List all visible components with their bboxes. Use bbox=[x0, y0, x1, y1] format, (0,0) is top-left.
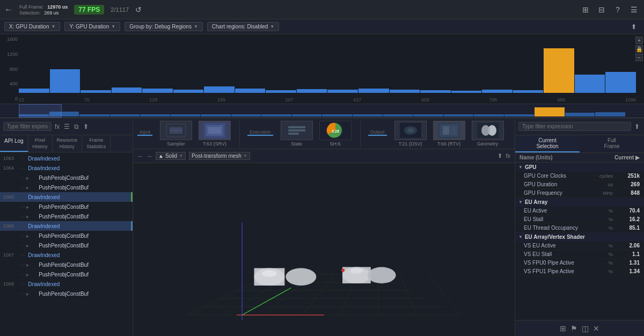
api-list-item[interactable]: 1063· ·DrawIndexed bbox=[0, 154, 133, 163]
chart-bar bbox=[235, 89, 266, 93]
svg-rect-9 bbox=[288, 133, 299, 135]
tab-api-log[interactable]: API Log bbox=[0, 135, 28, 152]
api-list-item[interactable]: · · ▸PushPerobjConstBuf bbox=[0, 269, 133, 279]
x-axis-dropdown[interactable]: X: GPU Duration ▼ bbox=[4, 22, 60, 31]
api-list-item[interactable]: 1068· ·DrawIndexed bbox=[0, 279, 133, 289]
table-icon[interactable]: ⊞ bbox=[560, 324, 566, 333]
mini-chart-bar bbox=[565, 113, 595, 116]
chart-bar bbox=[297, 89, 327, 93]
export-button[interactable]: ⬆ bbox=[82, 122, 90, 132]
stats-table: ▼ GPU GPU Core Clocks cycles 251k GPU Du… bbox=[515, 163, 644, 320]
highlight-icon[interactable]: ◫ bbox=[582, 324, 589, 333]
export-icon[interactable]: ⬆ bbox=[628, 21, 640, 33]
right-panel-footer: ⊞ ⚑ ◫ ✕ bbox=[515, 320, 644, 336]
mesh-back-button[interactable]: ← bbox=[137, 153, 143, 159]
api-list-item[interactable]: 1065· ·DrawIndexed bbox=[0, 192, 133, 202]
flag-icon[interactable]: ⚑ bbox=[570, 324, 577, 333]
layout-icon[interactable]: ⊞ bbox=[580, 4, 591, 16]
tab-resource-history[interactable]: ResourceHistory bbox=[53, 135, 83, 152]
fx-mesh-icon[interactable]: fx bbox=[506, 152, 510, 159]
api-list-item[interactable]: · · ▸PushPerobjConstBuf bbox=[0, 240, 133, 250]
api-list-item[interactable]: · · ▸PushPerobjConstBuf bbox=[0, 202, 133, 211]
stat-vs-fpu1: VS FPU1 Pipe Active % 1.34 bbox=[515, 267, 644, 276]
lock-icon[interactable]: 🔒 bbox=[635, 45, 643, 53]
export-mesh-icon[interactable]: ⬆ bbox=[497, 152, 502, 159]
svg-rect-17 bbox=[443, 126, 449, 135]
resource-srv[interactable]: T:63 (SRV) bbox=[197, 121, 232, 147]
svg-point-21 bbox=[481, 125, 490, 136]
svg-rect-18 bbox=[450, 126, 457, 135]
api-list-item[interactable]: 1064· ·DrawIndexed bbox=[0, 163, 133, 173]
right-filter-input[interactable] bbox=[518, 122, 631, 131]
chevron-down-icon: ▼ bbox=[51, 24, 55, 29]
viewport-area[interactable] bbox=[133, 163, 515, 336]
svg-point-46 bbox=[368, 267, 396, 283]
resource-state[interactable]: State bbox=[280, 121, 314, 147]
dsv-thumb bbox=[394, 121, 427, 140]
mini-chart-selector[interactable] bbox=[19, 104, 62, 118]
api-list-item[interactable]: · · ▸PushPerobjConstBuf bbox=[0, 182, 133, 192]
triangle-icon: ▲ bbox=[158, 153, 164, 159]
eu-vs-section-header[interactable]: ▼ EU Array/Vertex Shader bbox=[515, 232, 644, 242]
chart-bar bbox=[204, 86, 235, 93]
list-icon[interactable]: ☰ bbox=[63, 122, 71, 132]
resource-sampler[interactable]: Sampler bbox=[159, 121, 193, 147]
input-section-label: Input bbox=[137, 129, 152, 136]
tab-frame-statistics[interactable]: FrameStatistics bbox=[82, 135, 111, 152]
help-icon[interactable]: ? bbox=[612, 4, 624, 16]
mini-chart-bar bbox=[413, 114, 443, 116]
output-section-label: Output bbox=[368, 129, 387, 136]
api-list-item[interactable]: · · ▸PushPerobjConstBuf bbox=[0, 289, 133, 298]
chart-y-labels: 1600 1200 800 400 0 bbox=[0, 34, 19, 104]
tab-current-selection[interactable]: CurrentSelection bbox=[515, 135, 580, 152]
chevron-down-icon: ▼ bbox=[518, 235, 523, 239]
mesh-type-dropdown[interactable]: Post-transform mesh ▼ bbox=[189, 152, 250, 160]
left-panel-toolbar: fx ☰ ⧉ ⬆ bbox=[0, 118, 133, 135]
chevron-down-icon: ▼ bbox=[194, 24, 198, 29]
resource-geometry[interactable]: Geometry bbox=[471, 121, 505, 147]
srv-thumb bbox=[199, 121, 231, 140]
chart-bar bbox=[19, 89, 49, 93]
tab-pixel-history[interactable]: PixelHistory bbox=[28, 135, 53, 152]
copy-icon[interactable]: ⧉ bbox=[73, 122, 80, 132]
selection-value: 269 us bbox=[44, 10, 58, 16]
group-by-dropdown[interactable]: Group by: Debug Regions ▼ bbox=[125, 22, 203, 31]
resource-rtv[interactable]: T:66 (RTV) bbox=[432, 121, 466, 147]
refresh-button[interactable]: ↺ bbox=[135, 5, 142, 14]
stat-gpu-clocks: GPU Core Clocks cycles 251k bbox=[515, 172, 644, 180]
tab-full-frame[interactable]: FullFrame bbox=[580, 135, 644, 152]
chart-bar bbox=[50, 69, 80, 93]
api-list-item[interactable]: · · ▸PushPerobjConstBuf bbox=[0, 260, 133, 269]
split-icon[interactable]: ⊟ bbox=[596, 4, 608, 16]
stat-vs-fpu0: VS FPU0 Pipe Active % 1.31 bbox=[515, 259, 644, 267]
y-axis-dropdown[interactable]: Y: GPU Duration ▼ bbox=[64, 22, 120, 31]
settings-icon[interactable]: ☰ bbox=[628, 4, 640, 16]
chart-bar bbox=[358, 89, 389, 93]
stat-eu-thread-occupancy: EU Thread Occupancy % 85.1 bbox=[515, 224, 644, 232]
api-list-item[interactable]: 1066· ·DrawIndexed bbox=[0, 221, 133, 231]
svg-point-43 bbox=[262, 271, 277, 277]
api-list-item[interactable]: · · ▸PushPerobjConstBuf bbox=[0, 231, 133, 240]
api-list-item[interactable]: · · ▸PushPerobjConstBuf bbox=[0, 173, 133, 182]
right-panel-toolbar: ⬆ bbox=[515, 118, 644, 135]
eu-array-section-header[interactable]: ▼ EU Array bbox=[515, 198, 644, 207]
api-list-item[interactable]: 1067· ·DrawIndexed bbox=[0, 250, 133, 260]
gpu-section-header[interactable]: ▼ GPU bbox=[515, 163, 644, 172]
left-filter-input[interactable] bbox=[3, 122, 52, 131]
mesh-forward-button[interactable]: → bbox=[147, 153, 152, 159]
close-icon[interactable]: ✕ bbox=[593, 324, 599, 333]
fx-button[interactable]: fx bbox=[54, 122, 61, 132]
mini-chart[interactable] bbox=[0, 104, 644, 118]
api-list-item[interactable]: · · ▸PushPerobjConstBuf bbox=[0, 211, 133, 221]
resource-dsv[interactable]: T:21 (DSV) bbox=[393, 121, 428, 147]
chart-regions-dropdown[interactable]: Chart regions: Disabled ▼ bbox=[207, 22, 279, 31]
zoom-out-button[interactable]: − bbox=[635, 54, 643, 61]
solid-dropdown[interactable]: ▲ Solid ▼ bbox=[156, 152, 186, 160]
zoom-in-button[interactable]: + bbox=[635, 36, 643, 44]
stat-eu-active: EU Active % 70.4 bbox=[515, 207, 644, 215]
back-button[interactable]: ← bbox=[4, 5, 13, 14]
main-chart[interactable]: 1600 1200 800 400 0 22701291892974376087… bbox=[0, 34, 644, 104]
right-panel: ⬆ CurrentSelection FullFrame Name (Units… bbox=[515, 118, 644, 336]
right-export-button[interactable]: ⬆ bbox=[633, 122, 641, 132]
resource-sh6[interactable]: 0.28 SH:6 bbox=[318, 121, 353, 147]
